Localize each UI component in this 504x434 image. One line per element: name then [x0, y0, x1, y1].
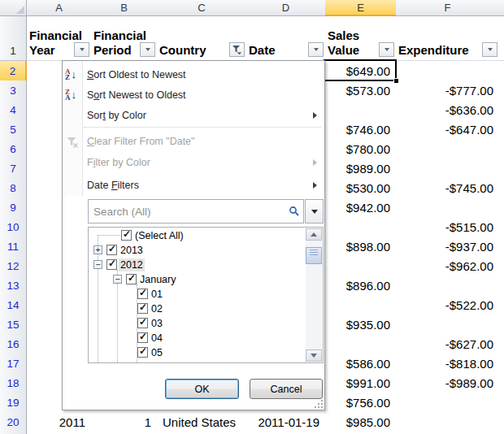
cell-E16[interactable]: [325, 334, 397, 354]
cell-E12[interactable]: [325, 256, 397, 276]
row-header-4[interactable]: 4: [0, 100, 27, 120]
checkbox-04[interactable]: ✓: [137, 332, 148, 343]
column-header-B[interactable]: B: [91, 0, 158, 16]
checkbox-05[interactable]: ✓: [137, 347, 148, 358]
cell-F18[interactable]: -$989.00: [396, 373, 500, 393]
cell-E19[interactable]: $756.00: [325, 393, 397, 413]
cell-F3[interactable]: -$777.00: [396, 80, 500, 101]
tree-item-label[interactable]: 03: [150, 317, 164, 330]
cell-F13[interactable]: [396, 276, 500, 296]
column-header-sliver[interactable]: [499, 0, 504, 16]
cell-F8[interactable]: -$745.00: [396, 178, 500, 198]
cell-F7[interactable]: [396, 158, 500, 179]
cell-D20[interactable]: 2011-01-19: [246, 412, 326, 432]
row-header-2[interactable]: 2: [0, 61, 27, 81]
filter-dropdown-button-E[interactable]: [379, 42, 394, 57]
field-header-F[interactable]: Expenditure: [396, 16, 500, 61]
tree-item-label[interactable]: 2012: [119, 258, 145, 271]
resize-grip[interactable]: [315, 400, 323, 408]
row-header-15[interactable]: 15: [0, 315, 27, 335]
cell-F20[interactable]: [396, 412, 500, 432]
filter-dropdown-button-D[interactable]: [308, 42, 324, 57]
cell-F12[interactable]: -$962.00: [396, 256, 500, 276]
filter-dropdown-button-F[interactable]: [482, 42, 497, 57]
collapse-minus-icon[interactable]: −: [113, 275, 122, 284]
cell-E4[interactable]: [325, 100, 397, 120]
cell-C20[interactable]: United States: [157, 412, 247, 432]
column-header-C[interactable]: C: [157, 0, 247, 16]
cell-E7[interactable]: $989.00: [325, 158, 397, 179]
tree-item-label[interactable]: 2013: [119, 244, 145, 257]
column-header-D[interactable]: D: [246, 0, 326, 16]
row-header-11[interactable]: 11: [0, 237, 27, 257]
tree-item-label[interactable]: 01: [150, 288, 164, 301]
tree-item-label[interactable]: 02: [150, 302, 164, 315]
tree-item-label[interactable]: 05: [150, 346, 164, 359]
cell-E15[interactable]: $935.00: [325, 315, 397, 335]
cell-F14[interactable]: -$522.00: [396, 295, 500, 315]
cell-F9[interactable]: [396, 197, 500, 218]
search-scope-dropdown-button[interactable]: [305, 199, 324, 224]
row-header-5[interactable]: 5: [0, 119, 27, 140]
checkbox-January[interactable]: ✓: [126, 274, 137, 284]
column-header-E[interactable]: E: [325, 0, 397, 16]
checkbox-02[interactable]: ✓: [137, 303, 148, 314]
field-header-C[interactable]: Country: [157, 16, 247, 61]
checkbox-2013[interactable]: ✓: [106, 245, 117, 255]
row-header-10[interactable]: 10: [0, 217, 27, 237]
checkbox-2012[interactable]: ✓: [106, 259, 117, 270]
filter-dropdown-button-A[interactable]: [74, 42, 89, 57]
cell-E18[interactable]: $991.00: [325, 373, 397, 393]
cell-E6[interactable]: $780.00: [325, 139, 397, 159]
row-header-9[interactable]: 9: [0, 197, 27, 218]
tree-item-label[interactable]: (Select All): [133, 229, 185, 242]
cell-F11[interactable]: -$937.00: [396, 237, 500, 257]
collapse-minus-icon[interactable]: −: [93, 260, 102, 269]
checkbox-03[interactable]: ✓: [137, 318, 148, 328]
cell-F4[interactable]: -$636.00: [396, 100, 500, 120]
tree-item-label[interactable]: 04: [150, 332, 164, 345]
checkbox-partial[interactable]: [137, 362, 148, 363]
cancel-button[interactable]: Cancel: [250, 379, 323, 399]
cell-E9[interactable]: $942.00: [325, 197, 397, 218]
field-header-A[interactable]: Financial Year: [27, 16, 92, 61]
cell-F19[interactable]: [396, 393, 500, 413]
cell-E20[interactable]: $985.00: [325, 412, 397, 432]
menu-item-sort-oldest-to-newest[interactable]: AZ ↓ Sort Oldest to Newest: [63, 64, 324, 85]
cell-E8[interactable]: $530.00: [325, 178, 397, 198]
column-header-F[interactable]: F: [396, 0, 500, 16]
cell-F6[interactable]: [396, 139, 500, 159]
row-header-12[interactable]: 12: [0, 256, 27, 276]
row-header-18[interactable]: 18: [0, 373, 27, 393]
cell-E3[interactable]: $573.00: [325, 80, 397, 101]
row-header-17[interactable]: 17: [0, 354, 27, 374]
field-header-sliver[interactable]: [499, 16, 504, 61]
field-header-E[interactable]: Sales Value: [325, 16, 397, 61]
menu-item-date-filters[interactable]: Date Filters: [63, 174, 324, 196]
row-header-6[interactable]: 6: [0, 139, 27, 159]
filter-funnel-button-C[interactable]: [229, 42, 245, 57]
cell-E10[interactable]: [325, 217, 397, 237]
cell-F2[interactable]: [396, 61, 500, 81]
row-header-16[interactable]: 16: [0, 334, 27, 354]
field-header-B[interactable]: Financial Period: [91, 16, 158, 61]
cell-F5[interactable]: -$647.00: [396, 119, 500, 140]
row-header-1[interactable]: 1: [0, 16, 27, 61]
menu-item-sort-by-color[interactable]: Sort by Color: [63, 105, 324, 125]
checkbox-(Select All)[interactable]: ✓: [121, 230, 132, 241]
cell-F17[interactable]: -$818.00: [396, 354, 500, 374]
filter-dropdown-button-B[interactable]: [140, 42, 155, 57]
cell-E5[interactable]: $746.00: [325, 119, 397, 140]
cell-E17[interactable]: $586.00: [325, 354, 397, 374]
row-header-14[interactable]: 14: [0, 295, 27, 315]
cell-E14[interactable]: [325, 295, 397, 315]
tree-item-label[interactable]: January: [138, 273, 177, 286]
cell-B20[interactable]: 1: [91, 412, 158, 432]
cell-F15[interactable]: [396, 315, 500, 335]
row-header-13[interactable]: 13: [0, 276, 27, 296]
checkbox-01[interactable]: ✓: [137, 289, 148, 299]
cell-E11[interactable]: $898.00: [325, 237, 397, 257]
field-header-D[interactable]: Date: [246, 16, 326, 61]
fill-handle[interactable]: [393, 78, 398, 83]
row-header-20[interactable]: 20: [0, 412, 27, 432]
